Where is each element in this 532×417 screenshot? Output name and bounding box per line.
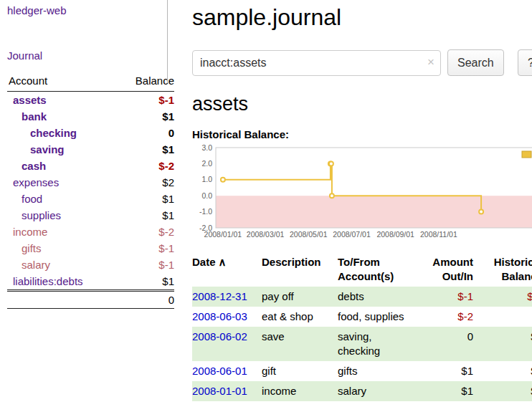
transaction-balance: $-1 [475,287,532,307]
account-balance: $-1 [116,257,174,273]
register-column-header[interactable]: Date∧ [192,254,262,287]
register-column-header: HistoricalBalance [475,254,532,287]
transaction-description: gift [262,361,338,381]
account-row: bank$1 [7,108,174,125]
accounts-total-spacer [7,291,116,309]
account-title: assets [192,93,532,115]
y-tick-label: 1.0 [201,175,212,183]
sidebar-account-income[interactable]: income [7,226,47,238]
accounts-total-balance: 0 [116,291,174,309]
transaction-date-link[interactable]: 2008-06-02 [192,330,247,342]
account-balance: $-1 [116,240,174,257]
account-row: income$-2 [7,224,174,240]
register-column-header: Description [262,254,338,287]
sidebar-account-food[interactable]: food [7,193,42,205]
transaction-description: pay off [262,287,338,307]
transaction-amount: $1 [414,381,475,401]
sidebar-account-assets[interactable]: assets [7,94,47,106]
account-balance: $-1 [116,92,174,109]
y-tick-label: 2.0 [201,159,212,168]
x-tick-label: 2008/05/01 [290,230,328,239]
y-tick-label: 3.0 [201,143,212,152]
negative-region [216,196,532,228]
account-row: assets$-1 [7,92,174,109]
register-table: Date∧DescriptionTo/FromAccount(s)AmountO… [192,254,532,401]
account-balance: $1 [116,273,174,291]
accounts-table: Account Balance assets$-1bank$1checking0… [7,73,174,309]
account-balance: $2 [116,174,174,191]
sidebar-account-saving[interactable]: saving [7,143,65,155]
app-brand: hledger-web [7,4,174,16]
sidebar-account-expenses[interactable]: expenses [7,176,59,188]
register-row: 2008-06-02savesaving, checking0$2 [192,327,532,361]
transaction-accounts: saving, checking [338,327,414,361]
sidebar-account-cash[interactable]: cash [7,160,46,172]
transaction-balance: 0 [475,307,532,327]
x-tick-label: 2008/03/01 [247,230,285,239]
balance-chart: 3.02.01.00.0-1.0-2.02008/01/012008/03/01… [192,143,532,248]
sidebar-account-liabilitiesdebts[interactable]: liabilities:debts [7,275,83,287]
data-point-marker [329,161,333,166]
transaction-amount: $1 [414,361,475,381]
account-balance: $1 [116,191,174,207]
sidebar-account-supplies[interactable]: supplies [7,209,61,221]
transaction-description: save [262,327,338,361]
x-tick-label: 2008/01/01 [204,230,242,239]
register-header-row: Date∧DescriptionTo/FromAccount(s)AmountO… [192,254,532,287]
account-row: gifts$-1 [7,240,174,257]
transaction-accounts: food, supplies [338,307,414,327]
account-row: saving$1 [7,141,174,158]
account-row: checking0 [7,125,174,141]
search-button[interactable]: Search [447,49,504,76]
transaction-date-link[interactable]: 2008-01-01 [192,385,247,397]
account-balance: $1 [116,141,174,158]
search-input[interactable] [192,50,441,76]
register-column-header: AmountOut/In [414,254,475,287]
chart-title: Historical Balance: [192,128,532,140]
transaction-date-link[interactable]: 2008-06-03 [192,310,247,322]
x-tick-label: 2008/11/01 [420,230,457,239]
accounts-total-row: 0 [7,291,174,309]
register-row: 2008-12-31pay offdebts$-1$-1 [192,287,532,307]
register-row: 2008-06-01giftgifts$1$2 [192,361,532,381]
search-box: × [192,50,441,76]
account-balance: $-2 [116,224,174,240]
y-tick-label: 0.0 [201,191,212,200]
data-point-marker [330,193,334,198]
data-point-marker [221,178,225,182]
register-column-header: To/FromAccount(s) [338,254,414,287]
account-balance: $-2 [116,158,174,174]
account-row: salary$-1 [7,257,174,273]
transaction-date-link[interactable]: 2008-06-01 [192,365,247,377]
transaction-amount: 0 [414,327,475,361]
account-row: food$1 [7,191,174,207]
app-layout: hledger-web Journal Account Balance asse… [0,0,532,401]
account-row: liabilities:debts$1 [7,273,174,291]
transaction-accounts: gifts [338,361,414,381]
x-tick-label: 2008/09/01 [376,230,414,239]
transaction-balance: $2 [475,327,532,361]
transaction-description: income [262,381,338,401]
account-balance: 0 [116,125,174,141]
sort-ascending-icon: ∧ [219,256,227,268]
transaction-accounts: debts [338,287,414,307]
account-balance: $1 [116,108,174,125]
nav-journal-link[interactable]: Journal [7,49,174,62]
sidebar-account-bank[interactable]: bank [7,110,47,123]
clear-search-icon[interactable]: × [427,55,434,70]
sidebar-account-gifts[interactable]: gifts [7,242,42,254]
transaction-amount: $-1 [414,287,475,307]
transaction-balance: $2 [475,361,532,381]
search-form: × Search ? [192,49,532,76]
sidebar-account-salary[interactable]: salary [7,259,50,271]
accounts-header-row: Account Balance [7,73,174,92]
accounts-header-balance: Balance [116,73,174,92]
account-row: cash$-2 [7,158,174,174]
sidebar-account-checking[interactable]: checking [7,127,77,139]
help-button[interactable]: ? [518,49,532,76]
brand-link[interactable]: hledger-web [7,4,67,16]
y-tick-label: -1.0 [199,207,212,216]
data-point-marker [479,210,483,214]
register-row: 2008-06-03eat & shopfood, supplies$-20 [192,307,532,327]
transaction-date-link[interactable]: 2008-12-31 [192,290,247,302]
